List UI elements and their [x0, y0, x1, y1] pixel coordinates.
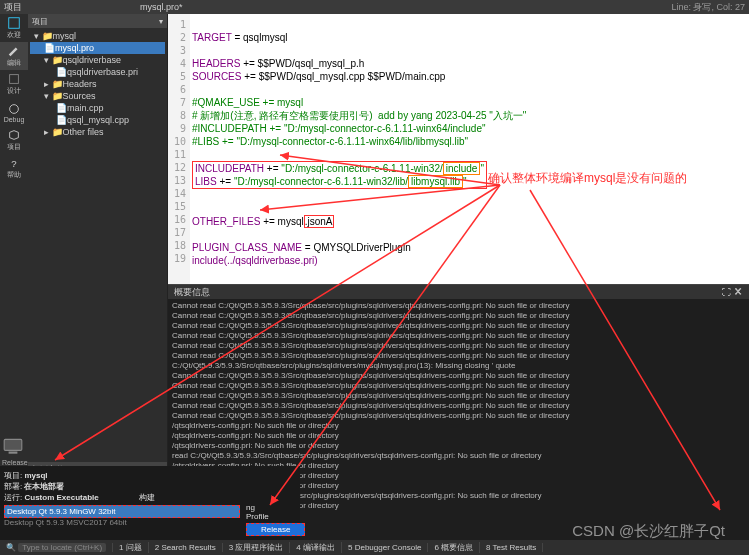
code-content[interactable]: TARGET = qsqlmysql HEADERS += $$PWD/qsql…: [190, 14, 749, 284]
sb-issues[interactable]: 1 问题: [113, 542, 149, 553]
titlebar-left: 项目: [0, 1, 120, 14]
build-cfg[interactable]: Profile: [246, 512, 296, 521]
svg-rect-4: [4, 439, 22, 450]
svg-rect-1: [10, 75, 19, 84]
svg-rect-0: [9, 18, 20, 29]
sb-appout[interactable]: 3 应用程序输出: [223, 542, 291, 553]
mode-edit[interactable]: 编辑: [0, 42, 28, 70]
file-qsql[interactable]: qsql_mysql.cpp: [67, 115, 129, 125]
file-pri[interactable]: qsqldriverbase.pri: [67, 67, 138, 77]
kit-selector-icon[interactable]: [2, 435, 24, 457]
mode-sidebar: 欢迎 编辑 设计 Debug 项目 ?帮助 Release: [0, 14, 28, 540]
kit-mingw[interactable]: Desktop Qt 5.9.3 MinGW 32bit: [4, 505, 240, 518]
mode-projects[interactable]: 项目: [0, 126, 28, 154]
proj-root[interactable]: mysql: [53, 31, 77, 41]
cursor-pos: Line: 身写, Col: 27: [599, 1, 749, 14]
watermark: CSDN @长沙红胖子Qt: [572, 522, 725, 541]
file-pro[interactable]: mysql.pro: [55, 43, 94, 53]
sb-compile[interactable]: 4 编译输出: [290, 542, 342, 553]
locator[interactable]: 🔍 Type to locate (Ctrl+K): [0, 543, 113, 552]
svg-point-2: [10, 104, 19, 113]
mode-debug[interactable]: Debug: [0, 98, 28, 126]
sb-general[interactable]: 6 概要信息: [428, 542, 480, 553]
kit-msvc[interactable]: Desktop Qt 5.9.3 MSVC2017 64bit: [4, 518, 240, 527]
code-editor[interactable]: 12345678910111213141516171819 TARGET = q…: [168, 14, 749, 284]
mode-help[interactable]: ?帮助: [0, 154, 28, 182]
build-cfg-release[interactable]: Release: [246, 523, 305, 536]
file-main[interactable]: main.cpp: [67, 103, 104, 113]
kit-build-label: Release: [2, 459, 26, 466]
sb-search[interactable]: 2 Search Results: [149, 543, 223, 552]
project-pane-header[interactable]: 项目 ▾: [28, 14, 167, 28]
build-cfg[interactable]: ng: [246, 503, 296, 512]
sb-debugger[interactable]: 5 Debugger Console: [342, 543, 428, 552]
output-header[interactable]: 概要信息⛶ ✕: [168, 285, 749, 299]
titlebar-file: mysql.pro*: [120, 2, 599, 12]
folder-sources[interactable]: Sources: [63, 91, 96, 101]
mode-welcome[interactable]: 欢迎: [0, 14, 28, 42]
statusbar: 🔍 Type to locate (Ctrl+K) 1 问题 2 Search …: [0, 540, 749, 555]
folder-driverbase[interactable]: qsqldriverbase: [63, 55, 122, 65]
svg-text:?: ?: [11, 158, 16, 169]
line-gutter: 12345678910111213141516171819: [168, 14, 190, 284]
project-tree[interactable]: ▾ 📁 mysql 📄 mysql.pro ▾ 📁 qsqldriverbase…: [28, 28, 167, 140]
folder-headers[interactable]: Headers: [63, 79, 97, 89]
sb-tests[interactable]: 8 Test Results: [480, 543, 543, 552]
svg-rect-5: [9, 452, 18, 454]
folder-other[interactable]: Other files: [63, 127, 104, 137]
kit-panel[interactable]: 项目: mysql 部署: 在本地部署 运行: Custom Executabl…: [0, 466, 300, 540]
mode-design[interactable]: 设计: [0, 70, 28, 98]
titlebar: 项目 mysql.pro* Line: 身写, Col: 27: [0, 0, 749, 14]
split-icon[interactable]: ▾: [159, 17, 163, 26]
